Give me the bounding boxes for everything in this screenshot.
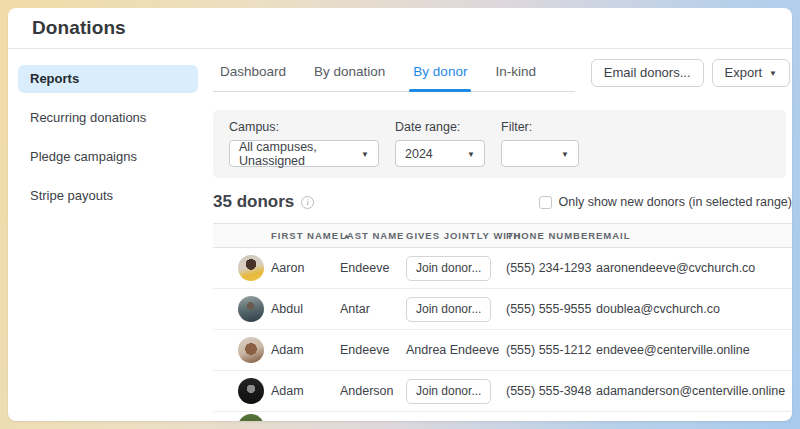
email-cell: adamanderson@centerville.online [596,384,792,398]
chevron-down-icon: ▼ [467,150,475,159]
card-body: Reports Recurring donations Pledge campa… [8,49,792,421]
sidebar-item-stripe-payouts[interactable]: Stripe payouts [18,182,198,210]
sidebar-item-pledge-campaigns[interactable]: Pledge campaigns [18,143,198,171]
phone-cell: (555) 234-1293 [506,261,596,275]
campus-select[interactable]: All campuses, Unassigned ▼ [229,140,379,167]
tab-by-donation[interactable]: By donation [312,57,387,91]
email-cell: endevee@centerville.online [596,343,792,357]
last-name-cell: Endeeve [340,261,406,275]
table-row: Adam Endeeve Andrea Endeeve (555) 555-12… [213,330,792,371]
first-name-cell: Aaron [271,261,340,275]
avatar[interactable] [238,378,264,404]
only-new-donors-text: Only show new donors (in selected range) [559,195,792,209]
table-row [213,412,792,421]
first-name-cell: Abdul [271,302,340,316]
campus-select-value: All campuses, Unassigned [239,140,353,168]
avatar[interactable] [238,337,264,363]
main-content: Dashboard By donation By donor In-kind E… [205,49,792,421]
table-header-row: First name ▲ Last name Gives jointly wit… [213,224,792,248]
first-name-cell: Adam [271,343,340,357]
avatar[interactable] [238,255,264,281]
avatar[interactable] [238,296,264,322]
export-label: Export [725,65,763,80]
last-name-cell: Anderson [340,384,406,398]
campus-label: Campus: [229,120,379,134]
header-email[interactable]: Email [596,230,792,241]
date-range-select[interactable]: 2024 ▼ [395,140,485,167]
card-header: Donations [8,8,792,49]
phone-cell: (555) 555-1212 [506,343,596,357]
only-new-donors-label[interactable]: Only show new donors (in selected range) [539,195,792,209]
last-name-cell: Endeeve [340,343,406,357]
export-button[interactable]: Export ▼ [712,59,791,87]
filter-label: Filter: [501,120,579,134]
table-row: Aaron Endeeve Join donor... (555) 234-12… [213,248,792,289]
page-title: Donations [32,17,126,39]
sidebar-item-recurring-donations[interactable]: Recurring donations [18,104,198,132]
phone-cell: (555) 555-9555 [506,302,596,316]
email-donors-label: Email donors... [604,65,691,80]
table-row: Adam Anderson Join donor... (555) 555-39… [213,371,792,412]
tab-dashboard[interactable]: Dashboard [218,57,288,91]
campus-filter-group: Campus: All campuses, Unassigned ▼ [229,120,379,167]
join-donor-button[interactable]: Join donor... [406,256,491,281]
summary-row: 35 donors i Only show new donors (in sel… [213,192,792,212]
join-donor-button[interactable]: Join donor... [406,379,491,404]
email-cell: doublea@cvchurch.co [596,302,792,316]
page-background: Donations Reports Recurring donations Pl… [0,0,800,429]
chevron-down-icon: ▼ [769,69,777,78]
table-row: Abdul Antar Join donor... (555) 555-9555… [213,289,792,330]
donations-card: Donations Reports Recurring donations Pl… [8,8,792,421]
toolbar: Email donors... Export ▼ [591,57,792,92]
donors-table: First name ▲ Last name Gives jointly wit… [213,223,792,421]
header-gives-jointly-with[interactable]: Gives jointly with [406,230,506,241]
email-cell: aaronendeeve@cvchurch.co [596,261,792,275]
filter-filter-group: Filter: ▼ [501,120,579,167]
header-last-name[interactable]: Last name [340,230,406,241]
sidebar: Reports Recurring donations Pledge campa… [8,49,205,421]
join-donor-button[interactable]: Join donor... [406,297,491,322]
last-name-cell: Antar [340,302,406,316]
only-new-donors-checkbox[interactable] [539,196,552,209]
first-name-cell: Adam [271,384,340,398]
chevron-down-icon: ▼ [361,150,369,159]
date-range-select-value: 2024 [405,147,433,161]
phone-cell: (555) 555-3948 [506,384,596,398]
date-range-filter-group: Date range: 2024 ▼ [395,120,485,167]
header-phone-number[interactable]: Phone number [506,230,596,241]
info-icon[interactable]: i [301,196,314,209]
tab-bar: Dashboard By donation By donor In-kind [213,57,575,92]
sidebar-item-reports[interactable]: Reports [18,65,198,93]
tabs-row: Dashboard By donation By donor In-kind E… [213,57,792,92]
tab-in-kind[interactable]: In-kind [493,57,538,91]
avatar[interactable] [238,414,264,421]
filter-select[interactable]: ▼ [501,140,579,167]
filter-bar: Campus: All campuses, Unassigned ▼ Date … [213,110,786,178]
tab-by-donor[interactable]: By donor [411,57,469,91]
email-donors-button[interactable]: Email donors... [591,59,704,87]
chevron-down-icon: ▼ [561,150,569,159]
joint-donor-link[interactable]: Andrea Endeeve [406,343,499,357]
header-first-name[interactable]: First name ▲ [271,230,340,241]
date-range-label: Date range: [395,120,485,134]
donor-count: 35 donors [213,192,294,212]
